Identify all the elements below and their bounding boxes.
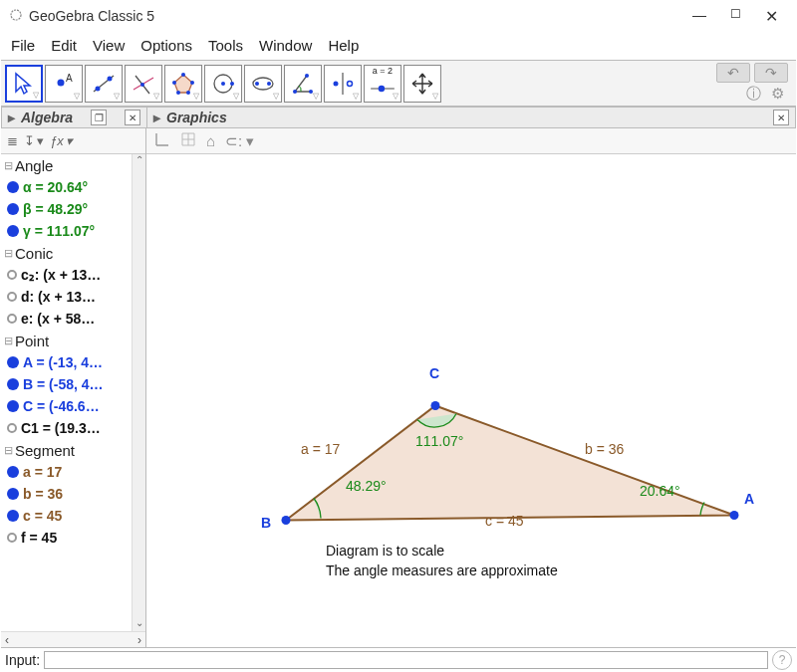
toggle-segment[interactable]: ⊟ xyxy=(1,444,15,457)
redo-button[interactable]: ↷ xyxy=(754,63,788,83)
close-button[interactable]: ✕ xyxy=(765,7,778,26)
dot-icon[interactable] xyxy=(7,203,19,215)
alg-list-icon[interactable]: ≣ xyxy=(5,131,20,150)
tool-slider[interactable]: a = 2▽ xyxy=(364,65,401,103)
minimize-button[interactable]: — xyxy=(692,7,706,26)
tool-reflect[interactable]: ▽ xyxy=(324,65,362,103)
item-c2[interactable]: c₂: (x + 13… xyxy=(21,267,101,283)
cat-point: Point xyxy=(15,333,49,349)
scroll-down-icon[interactable]: ⌄ xyxy=(133,617,145,631)
toggle-angle[interactable]: ⊟ xyxy=(1,159,15,172)
slider-label: a = 2 xyxy=(373,66,393,76)
titlebar: GeoGebra Classic 5 — ☐ ✕ xyxy=(1,1,796,31)
graphics-close-icon[interactable]: ✕ xyxy=(773,110,789,125)
item-C1[interactable]: C1 = (19.3… xyxy=(21,420,101,436)
alg-fx-button[interactable]: ƒx▾ xyxy=(48,131,75,150)
item-c[interactable]: c = 45 xyxy=(23,508,62,524)
tool-point[interactable]: A▽ xyxy=(45,65,83,103)
tool-line[interactable]: ▽ xyxy=(85,65,123,103)
svg-point-10 xyxy=(181,73,185,77)
tool-move[interactable]: ▽ xyxy=(5,65,43,103)
svg-point-21 xyxy=(293,90,297,94)
dot-icon[interactable] xyxy=(7,225,19,237)
svg-point-16 xyxy=(221,82,225,86)
undo-button[interactable]: ↶ xyxy=(716,63,750,83)
graphics-collapse-icon[interactable]: ▸ xyxy=(153,110,160,125)
svg-point-13 xyxy=(176,91,180,95)
algebra-collapse-icon[interactable]: ▸ xyxy=(8,110,15,125)
toggle-conic[interactable]: ⊟ xyxy=(1,247,15,260)
tool-angle[interactable]: ▽ xyxy=(284,65,322,103)
dot-icon[interactable] xyxy=(7,400,19,412)
item-f[interactable]: f = 45 xyxy=(21,530,57,546)
tool-toolbar: ▽ A▽ ▽ ▽ ▽ ▽ ▽ ▽ ▽ a = 2▽ ▽ ↶ ↷ ⓘ ⚙ xyxy=(1,60,796,107)
dot-icon[interactable] xyxy=(7,270,17,280)
graphics-canvas[interactable]: C A B a = 17 b = 36 c = 45 111.07° 48.29… xyxy=(146,154,796,647)
item-C[interactable]: C = (-46.6… xyxy=(23,398,100,414)
dot-icon[interactable] xyxy=(7,533,17,543)
dot-icon[interactable] xyxy=(7,314,17,324)
algebra-tree[interactable]: ⊟Angle α = 20.64° β = 48.29° γ = 111.07°… xyxy=(1,154,145,631)
label-side-a: a = 17 xyxy=(301,441,340,457)
menu-window[interactable]: Window xyxy=(255,35,316,56)
tool-perpendicular[interactable]: ▽ xyxy=(125,65,162,103)
item-beta[interactable]: β = 48.29° xyxy=(23,201,88,217)
item-alpha[interactable]: α = 20.64° xyxy=(23,179,88,195)
item-d[interactable]: d: (x + 13… xyxy=(21,289,96,305)
grid-icon[interactable] xyxy=(180,131,196,150)
axes-icon[interactable] xyxy=(154,131,170,150)
svg-point-23 xyxy=(305,74,309,78)
dot-icon[interactable] xyxy=(7,510,19,522)
algebra-hscroll[interactable]: ‹› xyxy=(1,631,145,647)
tool-ellipse[interactable]: ▽ xyxy=(244,65,282,103)
dot-icon[interactable] xyxy=(7,423,17,433)
scroll-up-icon[interactable]: ⌃ xyxy=(133,154,145,168)
svg-point-31 xyxy=(730,511,739,520)
input-label: Input: xyxy=(5,652,40,668)
alg-sort-button[interactable]: ↧▾ xyxy=(22,131,46,150)
item-b[interactable]: b = 36 xyxy=(23,486,63,502)
dot-icon[interactable] xyxy=(7,292,17,302)
item-B[interactable]: B = (-58, 4… xyxy=(23,376,104,392)
tool-circle[interactable]: ▽ xyxy=(204,65,242,103)
maximize-button[interactable]: ☐ xyxy=(730,7,741,26)
menu-help[interactable]: Help xyxy=(324,35,363,56)
menu-options[interactable]: Options xyxy=(136,35,196,56)
dot-icon[interactable] xyxy=(7,488,19,500)
menu-file[interactable]: File xyxy=(7,35,39,56)
menu-edit[interactable]: Edit xyxy=(47,35,81,56)
menu-view[interactable]: View xyxy=(89,35,129,56)
cat-angle: Angle xyxy=(15,157,53,174)
item-A[interactable]: A = (-13, 4… xyxy=(23,354,103,370)
settings-icon[interactable]: ⚙ xyxy=(771,85,784,104)
menu-tools[interactable]: Tools xyxy=(204,35,247,56)
toggle-point[interactable]: ⊟ xyxy=(1,335,15,347)
algebra-close-icon[interactable]: ✕ xyxy=(125,110,140,125)
help-icon[interactable]: ⓘ xyxy=(746,85,761,104)
input-help-icon[interactable]: ? xyxy=(772,650,792,670)
dot-icon[interactable] xyxy=(7,356,19,368)
algebra-panel: ≣ ↧▾ ƒx▾ ⊟Angle α = 20.64° β = 48.29° γ … xyxy=(1,128,146,647)
tool-movegraphics[interactable]: ▽ xyxy=(403,65,441,103)
item-gamma[interactable]: γ = 111.07° xyxy=(23,223,95,239)
item-a[interactable]: a = 17 xyxy=(23,464,62,480)
home-icon[interactable]: ⌂ xyxy=(206,132,215,149)
svg-point-11 xyxy=(190,81,194,85)
svg-point-30 xyxy=(282,516,291,525)
app-icon xyxy=(9,8,23,25)
label-angle-C: 111.07° xyxy=(415,433,463,449)
snap-icon[interactable]: ⊂: ▾ xyxy=(225,132,254,150)
algebra-scrollbar[interactable]: ⌃ ⌄ xyxy=(132,154,145,631)
algebra-window-icon[interactable]: ❐ xyxy=(91,110,107,125)
dot-icon[interactable] xyxy=(7,378,19,390)
label-A: A xyxy=(744,491,754,507)
dot-icon[interactable] xyxy=(7,466,19,478)
label-side-b: b = 36 xyxy=(585,441,624,457)
tool-polygon[interactable]: ▽ xyxy=(164,65,202,103)
input-field[interactable] xyxy=(44,651,768,669)
graphics-panel: ⌂ ⊂: ▾ C A B xyxy=(146,128,796,647)
dot-icon[interactable] xyxy=(7,181,19,193)
input-bar: Input: ? xyxy=(1,647,796,671)
graphics-title: Graphics xyxy=(166,110,227,125)
item-e[interactable]: e: (x + 58… xyxy=(21,311,95,327)
